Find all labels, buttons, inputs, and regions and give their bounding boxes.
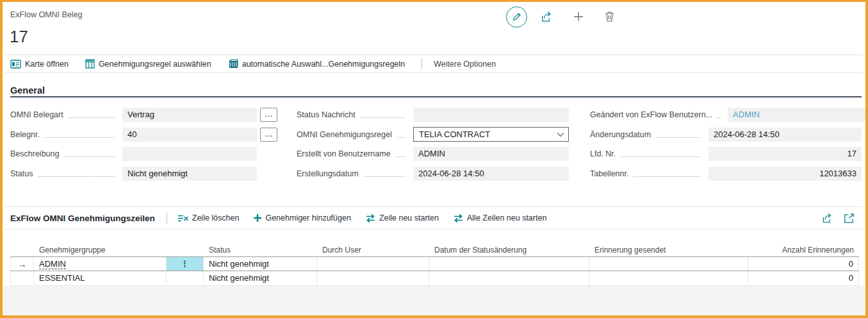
lines-focus-mode-button[interactable] bbox=[842, 212, 855, 224]
exflow-omni-beleg-page: ExFlow OMNI Beleg 17 bbox=[0, 0, 868, 318]
genehmigergruppe-cell[interactable]: ESSENTIAL bbox=[34, 271, 167, 285]
more-options-button[interactable]: Weitere Optionen bbox=[434, 60, 496, 69]
grid-header-row: Genehmigergruppe Status Durch User Datum… bbox=[10, 243, 859, 256]
add-button[interactable] bbox=[571, 9, 586, 24]
table-row: → ADMIN ⋮ Nicht genehmigt 0 bbox=[10, 256, 859, 271]
status-nachricht-value[interactable] bbox=[413, 108, 569, 122]
anzahl-erinnerungen-cell[interactable]: 0 bbox=[748, 271, 859, 285]
grid-header-genehmigergruppe[interactable]: Genehmigergruppe bbox=[34, 246, 167, 255]
page-caption: ExFlow OMNI Beleg bbox=[10, 10, 83, 19]
field-label: OMNI Belegart bbox=[10, 110, 63, 119]
add-approver-button[interactable]: Genehmiger hinzufügen bbox=[253, 213, 350, 222]
dotted-leader bbox=[38, 171, 115, 177]
erinnerung-gesendet-cell[interactable] bbox=[589, 257, 748, 271]
grid-header-erinnerung[interactable]: Erinnerung gesendet bbox=[589, 246, 748, 255]
omni-belegart-value[interactable]: Vertrag bbox=[122, 108, 257, 122]
add-approver-label: Genehmiger hinzufügen bbox=[265, 213, 350, 222]
field-erstellt-von: Erstellt von Benutzername ADMIN bbox=[297, 147, 569, 161]
grid-header-durch-user[interactable]: Durch User bbox=[317, 246, 429, 255]
lfd-nr-value[interactable]: 17 bbox=[708, 147, 862, 161]
dotted-leader bbox=[396, 151, 405, 157]
omni-belegart-assist-button[interactable]: … bbox=[260, 108, 277, 122]
auto-select-rules-label: automatische Auswahl...Genehmigungsregel… bbox=[242, 60, 405, 69]
select-approval-rule-button[interactable]: Genehmigungsregel auswählen bbox=[85, 59, 211, 69]
general-column-3: Geändert von ExFlow Benutzern... ADMIN Ä… bbox=[590, 108, 862, 186]
field-label: Lfd. Nr. bbox=[590, 149, 616, 158]
dotted-leader bbox=[717, 112, 720, 118]
restart-all-icon bbox=[453, 213, 464, 223]
restart-all-lines-button[interactable]: Alle Zeilen neu starten bbox=[453, 213, 546, 223]
genehmigergruppe-drilldown-link[interactable]: ADMIN bbox=[39, 259, 66, 269]
erinnerung-gesendet-cell[interactable] bbox=[589, 271, 748, 285]
durch-user-cell[interactable] bbox=[317, 271, 429, 285]
restart-line-button[interactable]: Zeile neu starten bbox=[365, 213, 439, 223]
field-beschreibung: Beschreibung bbox=[10, 147, 277, 161]
beschreibung-value[interactable] bbox=[122, 147, 257, 161]
tabellennr-value[interactable]: 12013633 bbox=[708, 167, 862, 181]
dotted-leader bbox=[45, 131, 115, 138]
datum-statusaenderung-cell[interactable] bbox=[429, 271, 589, 285]
field-status: Status Nicht genehmigt bbox=[10, 167, 277, 181]
row-options-button[interactable]: ⋮ bbox=[167, 257, 204, 271]
geaendert-von-value[interactable]: ADMIN bbox=[728, 108, 868, 122]
open-card-button[interactable]: Karte öffnen bbox=[10, 60, 69, 69]
top-toolbar bbox=[506, 5, 617, 28]
restart-line-label: Zeile neu starten bbox=[379, 213, 439, 222]
field-erstellungsdatum: Erstellungsdatum 2024-06-28 14:50 bbox=[297, 167, 569, 181]
share-button[interactable] bbox=[539, 9, 554, 24]
grid-header-datum[interactable]: Datum der Statusänderung bbox=[429, 246, 589, 255]
edit-pencil-button[interactable] bbox=[506, 6, 527, 28]
restart-line-icon bbox=[365, 213, 376, 223]
erstellt-von-value[interactable]: ADMIN bbox=[413, 147, 569, 161]
action-bar: Karte öffnen Genehmigungsregel auswählen… bbox=[5, 54, 863, 73]
status-cell[interactable]: Nicht genehmigt bbox=[204, 271, 317, 285]
lines-share-button[interactable] bbox=[821, 212, 833, 224]
lines-part-caption[interactable]: ExFlow OMNI Genehmigungszeilen bbox=[10, 213, 155, 223]
grid-header-status[interactable]: Status bbox=[204, 246, 317, 255]
row-options-cell[interactable] bbox=[167, 271, 204, 285]
add-icon bbox=[573, 11, 584, 22]
auto-select-icon bbox=[228, 59, 238, 69]
row-gutter bbox=[10, 271, 34, 285]
auto-select-rules-button[interactable]: automatische Auswahl...Genehmigungsregel… bbox=[228, 59, 405, 69]
general-section-heading[interactable]: General bbox=[10, 85, 45, 96]
anzahl-erinnerungen-cell[interactable]: 0 bbox=[748, 257, 859, 271]
select-approval-rule-label: Genehmigungsregel auswählen bbox=[99, 60, 211, 69]
chevron-down-icon bbox=[557, 132, 564, 137]
field-label: Belegnr. bbox=[10, 130, 40, 139]
dotted-leader bbox=[397, 131, 405, 138]
aenderungsdatum-value[interactable]: 2024-06-28 14:50 bbox=[708, 128, 862, 142]
lines-part-right-icons bbox=[821, 212, 863, 224]
genehmigergruppe-cell[interactable]: ADMIN bbox=[34, 257, 167, 271]
field-lfd-nr: Lfd. Nr. 17 bbox=[590, 147, 862, 161]
delete-line-icon bbox=[177, 213, 189, 223]
belegnr-value[interactable]: 40 bbox=[122, 128, 257, 142]
table-row: ESSENTIAL Nicht genehmigt 0 bbox=[10, 271, 859, 286]
field-label: Erstellt von Benutzername bbox=[297, 149, 391, 158]
dotted-leader bbox=[64, 151, 115, 157]
card-icon bbox=[10, 60, 21, 69]
lines-bar-divider bbox=[167, 212, 167, 224]
status-value[interactable]: Nicht genehmigt bbox=[122, 167, 257, 181]
dotted-leader bbox=[634, 171, 701, 177]
page-title: 17 bbox=[10, 27, 28, 47]
erstellungsdatum-value[interactable]: 2024-06-28 14:50 bbox=[413, 167, 569, 181]
delete-line-button[interactable]: Zeile löschen bbox=[177, 213, 240, 223]
dotted-leader bbox=[621, 151, 701, 157]
durch-user-cell[interactable] bbox=[317, 257, 429, 271]
delete-icon bbox=[604, 11, 615, 22]
edit-pencil-icon bbox=[511, 12, 522, 22]
lines-part-empty-area bbox=[3, 286, 865, 315]
datum-statusaenderung-cell[interactable] bbox=[429, 257, 589, 271]
field-label: Tabellennr. bbox=[590, 169, 628, 178]
delete-button[interactable] bbox=[602, 9, 617, 24]
approval-lines-grid: Genehmigergruppe Status Durch User Datum… bbox=[10, 243, 859, 286]
grid-header-anzahl[interactable]: Anzahl Erinnerungen bbox=[748, 246, 859, 255]
status-cell[interactable]: Nicht genehmigt bbox=[204, 257, 317, 271]
active-row-marker: → bbox=[10, 257, 34, 271]
dotted-leader bbox=[656, 131, 701, 138]
dropdown-selected-value: TELIA CONTRACT bbox=[419, 130, 557, 139]
field-aenderungsdatum: Änderungsdatum 2024-06-28 14:50 bbox=[590, 128, 862, 142]
omni-genehmigungsregel-dropdown[interactable]: TELIA CONTRACT bbox=[413, 127, 569, 142]
belegnr-assist-button[interactable]: … bbox=[260, 128, 277, 142]
